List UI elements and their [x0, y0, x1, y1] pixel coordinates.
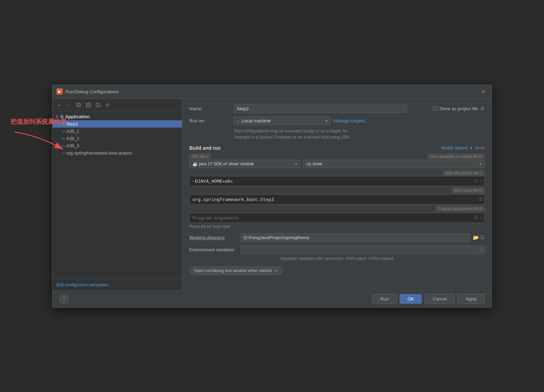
sdk-label: java 17 SDK of 'show' module [199, 162, 254, 166]
list-icon[interactable]: ☰ [474, 178, 478, 183]
dialog-body: + − [52, 99, 492, 290]
env-vars-icon[interactable]: ☰ [479, 247, 483, 252]
app-icon: ▶ [57, 88, 63, 95]
hints-row: JRE Alt+J Use classpath of module Alt+O [189, 154, 485, 159]
java-icon: ☕ [192, 162, 198, 166]
chevron-down-icon: ▾ [325, 118, 328, 123]
working-dir-label: Working directory: [189, 235, 238, 240]
ok-button[interactable]: OK [399, 294, 422, 304]
working-dir-input[interactable] [241, 233, 470, 242]
tool-window-label: Open run/debug tool window when started [194, 268, 272, 273]
variables-icon[interactable]: ☰ [480, 235, 485, 240]
main-panel: Name: Store as project file ⚙ Run on: ⌂ … [182, 99, 492, 290]
config-icon-a39-2: ▷ [62, 136, 65, 141]
add-config-button[interactable]: + [55, 101, 63, 109]
folder-browse-icon[interactable]: 📂 [473, 235, 479, 240]
env-vars-input[interactable] [241, 245, 485, 254]
env-vars-input-wrap: ☰ [241, 245, 485, 254]
tree-item-a39-2-label: A39_2 [66, 136, 79, 141]
tree-item-org-spring[interactable]: ▷ org.springframework.boot.autoco [52, 149, 182, 157]
remove-tool-window-button[interactable]: ✕ [275, 268, 278, 273]
svg-rect-3 [87, 103, 89, 105]
local-machine-label: Local machine [242, 118, 271, 123]
help-button[interactable]: ? [59, 294, 69, 304]
list-icon[interactable]: ☰ [474, 215, 478, 220]
gear-icon[interactable]: ⚙ [480, 106, 485, 111]
env-vars-label: Environment variables: [189, 247, 238, 252]
name-label: Name: [189, 106, 231, 111]
name-input[interactable] [234, 104, 407, 113]
tree-item-step3[interactable]: ▷ Step3 [52, 120, 182, 128]
env-hint: Separate variables with semicolon: VAR=v… [189, 256, 485, 261]
tree-item-a39-1[interactable]: ▷ A39_1 [52, 128, 182, 135]
dialog-title: Run/Debug Configurations [66, 89, 476, 94]
sort-button[interactable] [104, 101, 112, 109]
main-class-input[interactable] [189, 194, 485, 204]
sdk-cp-row: ☕ java 17 SDK of 'show' module ▾ -cp sho… [189, 160, 485, 168]
config-icon-a39-3: ▷ [62, 143, 65, 148]
copy-config-button[interactable] [75, 101, 83, 109]
save-config-button[interactable] [84, 101, 93, 109]
footer: ? Run OK Cancel Apply [52, 290, 492, 307]
new-folder-button[interactable] [94, 101, 102, 109]
close-button[interactable]: ✕ [479, 88, 487, 96]
program-args-input[interactable] [189, 213, 485, 223]
build-run-section-header: Build and run Modify options ▾ Alt+M [189, 145, 485, 151]
cp-dropdown[interactable]: -cp show ▾ [302, 160, 485, 168]
tree-item-a39-2[interactable]: ▷ A39_2 [52, 135, 182, 142]
program-args-hint: Program arguments Alt+R [436, 206, 485, 211]
store-project-checkbox[interactable] [433, 106, 438, 111]
name-row: Name: Store as project file ⚙ [189, 104, 485, 113]
vm-options-input[interactable] [189, 176, 485, 186]
run-on-dropdown[interactable]: ⌂ Local machine ▾ [234, 116, 331, 125]
chevron-down-icon: ▼ [55, 115, 59, 119]
vm-options-icons: ☰ ⤢ [474, 178, 483, 183]
tree-item-application[interactable]: ▼ ▣ Application [52, 113, 182, 120]
modify-options-link[interactable]: Modify options ▾ Alt+M [441, 146, 485, 150]
run-hint-text: Run configurations may be executed local… [189, 128, 485, 140]
main-class-hint: Main class Alt+C [451, 188, 485, 193]
main-class-wrapper: ☰ [189, 194, 485, 204]
home-icon: ⌂ [237, 118, 240, 123]
edit-templates-link[interactable]: Edit configuration templates... [57, 282, 111, 287]
use-cp-hint-badge: Use classpath of module Alt+O [428, 154, 485, 159]
application-folder-icon: ▣ [60, 114, 64, 119]
tree-item-a39-3[interactable]: ▷ A39_3 [52, 142, 182, 149]
tree-item-org-spring-label: org.springframework.boot.autoco [66, 150, 132, 156]
press-alt-hint: Press Alt for field hints [189, 224, 485, 229]
svg-rect-4 [87, 105, 90, 107]
store-project-area: Store as project file ⚙ [433, 106, 485, 111]
config-icon-a39-1: ▷ [62, 129, 65, 133]
expand-icon[interactable]: ⤢ [479, 215, 483, 220]
footer-buttons: Run OK Cancel Apply [372, 294, 485, 304]
config-icon-step3: ▷ [62, 122, 65, 126]
remove-config-button[interactable]: − [65, 101, 73, 109]
chevron-down-icon: ▾ [295, 162, 297, 166]
chevron-down-icon: ▾ [470, 146, 472, 150]
tree-item-a39-3-label: A39_3 [66, 143, 79, 148]
run-button[interactable]: Run [372, 294, 397, 304]
tool-window-row: Open run/debug tool window when started … [189, 267, 485, 280]
env-vars-row: Environment variables: ☰ [189, 245, 485, 254]
list-icon[interactable]: ☰ [479, 197, 483, 202]
working-dir-row: Working directory: 📂 ☰ [189, 233, 485, 242]
title-bar: ▶ Run/Debug Configurations ✕ [52, 85, 492, 99]
tree-area: ▼ ▣ Application ▷ Step3 ▷ A39_1 ▷ A39_2 [52, 112, 182, 279]
manage-targets-link[interactable]: Manage targets... [334, 118, 369, 123]
vm-options-wrapper: ☰ ⤢ [189, 176, 485, 186]
program-args-icons: ☰ ⤢ [474, 215, 483, 220]
program-args-hint-row: Program arguments Alt+R [189, 206, 485, 211]
jre-hint-badge: JRE Alt+J [189, 154, 211, 159]
cancel-button[interactable]: Cancel [425, 294, 455, 304]
tool-window-tag: Open run/debug tool window when started … [189, 267, 283, 275]
tree-item-application-label: Application [65, 114, 90, 119]
run-on-row: Run on: ⌂ Local machine ▾ Manage targets… [189, 116, 485, 125]
main-class-icons: ☰ [479, 197, 483, 202]
svg-rect-0 [77, 104, 80, 107]
expand-icon[interactable]: ⤢ [479, 178, 483, 183]
apply-button[interactable]: Apply [457, 294, 485, 304]
chevron-down-icon: ▾ [480, 162, 482, 166]
cp-label: -cp show [305, 162, 322, 166]
sdk-dropdown[interactable]: ☕ java 17 SDK of 'show' module ▾ [189, 160, 300, 168]
sidebar-toolbar: + − [52, 99, 182, 112]
